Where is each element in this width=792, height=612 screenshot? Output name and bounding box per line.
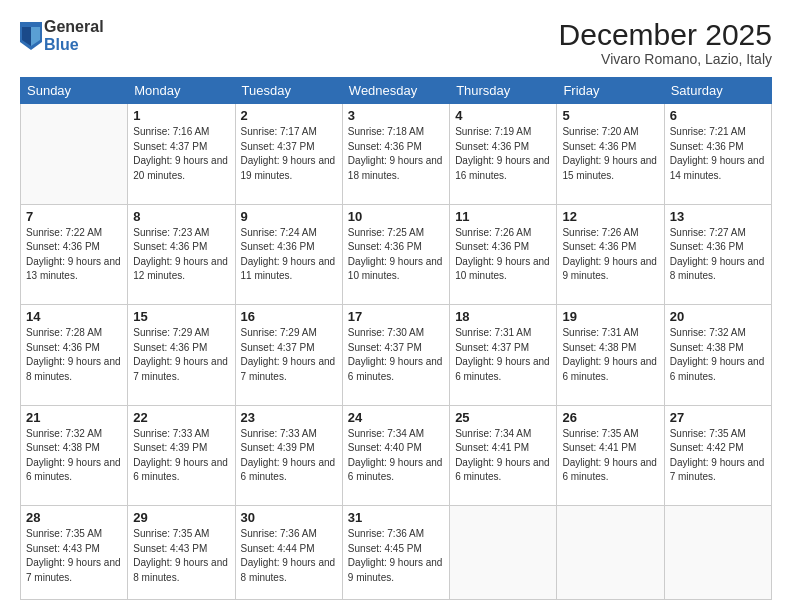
calendar-cell: 28 Sunrise: 7:35 AM Sunset: 4:43 PM Dayl… — [21, 506, 128, 600]
daylight-label: Daylight: 9 hours and 8 minutes. — [670, 256, 765, 282]
daylight-label: Daylight: 9 hours and 9 minutes. — [348, 557, 443, 583]
daylight-label: Daylight: 9 hours and 10 minutes. — [455, 256, 550, 282]
sunrise-label: Sunrise: 7:25 AM — [348, 227, 424, 238]
day-info: Sunrise: 7:30 AM Sunset: 4:37 PM Dayligh… — [348, 326, 444, 384]
weekday-header-row: Sunday Monday Tuesday Wednesday Thursday… — [21, 78, 772, 104]
sunset-label: Sunset: 4:41 PM — [455, 442, 529, 453]
day-info: Sunrise: 7:34 AM Sunset: 4:41 PM Dayligh… — [455, 427, 551, 485]
title-block: December 2025 Vivaro Romano, Lazio, Ital… — [559, 18, 772, 67]
day-number: 22 — [133, 410, 229, 425]
daylight-label: Daylight: 9 hours and 12 minutes. — [133, 256, 228, 282]
sunset-label: Sunset: 4:36 PM — [670, 141, 744, 152]
sunrise-label: Sunrise: 7:35 AM — [670, 428, 746, 439]
sunrise-label: Sunrise: 7:16 AM — [133, 126, 209, 137]
day-number: 6 — [670, 108, 766, 123]
daylight-label: Daylight: 9 hours and 7 minutes. — [133, 356, 228, 382]
calendar-cell: 6 Sunrise: 7:21 AM Sunset: 4:36 PM Dayli… — [664, 104, 771, 205]
header-monday: Monday — [128, 78, 235, 104]
day-number: 16 — [241, 309, 337, 324]
day-number: 8 — [133, 209, 229, 224]
sunset-label: Sunset: 4:36 PM — [670, 241, 744, 252]
calendar-cell: 25 Sunrise: 7:34 AM Sunset: 4:41 PM Dayl… — [450, 405, 557, 506]
day-number: 12 — [562, 209, 658, 224]
calendar-cell — [557, 506, 664, 600]
day-number: 19 — [562, 309, 658, 324]
logo-icon — [20, 22, 42, 50]
day-info: Sunrise: 7:33 AM Sunset: 4:39 PM Dayligh… — [241, 427, 337, 485]
sunset-label: Sunset: 4:43 PM — [26, 543, 100, 554]
calendar-cell: 18 Sunrise: 7:31 AM Sunset: 4:37 PM Dayl… — [450, 305, 557, 406]
calendar-cell: 8 Sunrise: 7:23 AM Sunset: 4:36 PM Dayli… — [128, 204, 235, 305]
daylight-label: Daylight: 9 hours and 18 minutes. — [348, 155, 443, 181]
sunset-label: Sunset: 4:36 PM — [562, 141, 636, 152]
sunrise-label: Sunrise: 7:20 AM — [562, 126, 638, 137]
day-number: 20 — [670, 309, 766, 324]
calendar-cell: 19 Sunrise: 7:31 AM Sunset: 4:38 PM Dayl… — [557, 305, 664, 406]
calendar-cell: 20 Sunrise: 7:32 AM Sunset: 4:38 PM Dayl… — [664, 305, 771, 406]
calendar-cell: 5 Sunrise: 7:20 AM Sunset: 4:36 PM Dayli… — [557, 104, 664, 205]
day-number: 1 — [133, 108, 229, 123]
sunset-label: Sunset: 4:36 PM — [26, 342, 100, 353]
day-info: Sunrise: 7:36 AM Sunset: 4:45 PM Dayligh… — [348, 527, 444, 585]
day-info: Sunrise: 7:26 AM Sunset: 4:36 PM Dayligh… — [562, 226, 658, 284]
daylight-label: Daylight: 9 hours and 8 minutes. — [26, 356, 121, 382]
day-info: Sunrise: 7:31 AM Sunset: 4:38 PM Dayligh… — [562, 326, 658, 384]
sunrise-label: Sunrise: 7:24 AM — [241, 227, 317, 238]
calendar-cell: 23 Sunrise: 7:33 AM Sunset: 4:39 PM Dayl… — [235, 405, 342, 506]
header: General Blue December 2025 Vivaro Romano… — [20, 18, 772, 67]
sunrise-label: Sunrise: 7:30 AM — [348, 327, 424, 338]
day-info: Sunrise: 7:23 AM Sunset: 4:36 PM Dayligh… — [133, 226, 229, 284]
sunset-label: Sunset: 4:36 PM — [241, 241, 315, 252]
day-info: Sunrise: 7:27 AM Sunset: 4:36 PM Dayligh… — [670, 226, 766, 284]
day-number: 31 — [348, 510, 444, 525]
daylight-label: Daylight: 9 hours and 16 minutes. — [455, 155, 550, 181]
calendar-cell: 4 Sunrise: 7:19 AM Sunset: 4:36 PM Dayli… — [450, 104, 557, 205]
daylight-label: Daylight: 9 hours and 19 minutes. — [241, 155, 336, 181]
day-info: Sunrise: 7:31 AM Sunset: 4:37 PM Dayligh… — [455, 326, 551, 384]
calendar-cell — [450, 506, 557, 600]
sunrise-label: Sunrise: 7:32 AM — [26, 428, 102, 439]
sunset-label: Sunset: 4:40 PM — [348, 442, 422, 453]
day-info: Sunrise: 7:19 AM Sunset: 4:36 PM Dayligh… — [455, 125, 551, 183]
day-info: Sunrise: 7:29 AM Sunset: 4:37 PM Dayligh… — [241, 326, 337, 384]
calendar-cell: 30 Sunrise: 7:36 AM Sunset: 4:44 PM Dayl… — [235, 506, 342, 600]
logo-blue-text: Blue — [44, 36, 104, 54]
sunset-label: Sunset: 4:39 PM — [241, 442, 315, 453]
sunrise-label: Sunrise: 7:31 AM — [562, 327, 638, 338]
daylight-label: Daylight: 9 hours and 6 minutes. — [670, 356, 765, 382]
logo: General Blue — [20, 18, 104, 53]
header-tuesday: Tuesday — [235, 78, 342, 104]
sunset-label: Sunset: 4:37 PM — [348, 342, 422, 353]
day-number: 2 — [241, 108, 337, 123]
day-info: Sunrise: 7:35 AM Sunset: 4:42 PM Dayligh… — [670, 427, 766, 485]
daylight-label: Daylight: 9 hours and 6 minutes. — [562, 457, 657, 483]
sunrise-label: Sunrise: 7:21 AM — [670, 126, 746, 137]
calendar-cell: 16 Sunrise: 7:29 AM Sunset: 4:37 PM Dayl… — [235, 305, 342, 406]
calendar-cell — [21, 104, 128, 205]
calendar-cell: 2 Sunrise: 7:17 AM Sunset: 4:37 PM Dayli… — [235, 104, 342, 205]
sunset-label: Sunset: 4:45 PM — [348, 543, 422, 554]
sunrise-label: Sunrise: 7:31 AM — [455, 327, 531, 338]
sunrise-label: Sunrise: 7:26 AM — [562, 227, 638, 238]
day-info: Sunrise: 7:35 AM Sunset: 4:41 PM Dayligh… — [562, 427, 658, 485]
sunset-label: Sunset: 4:36 PM — [348, 241, 422, 252]
day-number: 24 — [348, 410, 444, 425]
sunrise-label: Sunrise: 7:29 AM — [133, 327, 209, 338]
header-thursday: Thursday — [450, 78, 557, 104]
sunset-label: Sunset: 4:37 PM — [133, 141, 207, 152]
sunrise-label: Sunrise: 7:35 AM — [26, 528, 102, 539]
daylight-label: Daylight: 9 hours and 6 minutes. — [455, 457, 550, 483]
sunrise-label: Sunrise: 7:29 AM — [241, 327, 317, 338]
day-number: 14 — [26, 309, 122, 324]
day-number: 3 — [348, 108, 444, 123]
daylight-label: Daylight: 9 hours and 7 minutes. — [670, 457, 765, 483]
daylight-label: Daylight: 9 hours and 6 minutes. — [562, 356, 657, 382]
day-number: 7 — [26, 209, 122, 224]
calendar-cell: 24 Sunrise: 7:34 AM Sunset: 4:40 PM Dayl… — [342, 405, 449, 506]
day-info: Sunrise: 7:34 AM Sunset: 4:40 PM Dayligh… — [348, 427, 444, 485]
sunrise-label: Sunrise: 7:36 AM — [241, 528, 317, 539]
daylight-label: Daylight: 9 hours and 20 minutes. — [133, 155, 228, 181]
day-number: 4 — [455, 108, 551, 123]
page: General Blue December 2025 Vivaro Romano… — [0, 0, 792, 612]
day-info: Sunrise: 7:29 AM Sunset: 4:36 PM Dayligh… — [133, 326, 229, 384]
